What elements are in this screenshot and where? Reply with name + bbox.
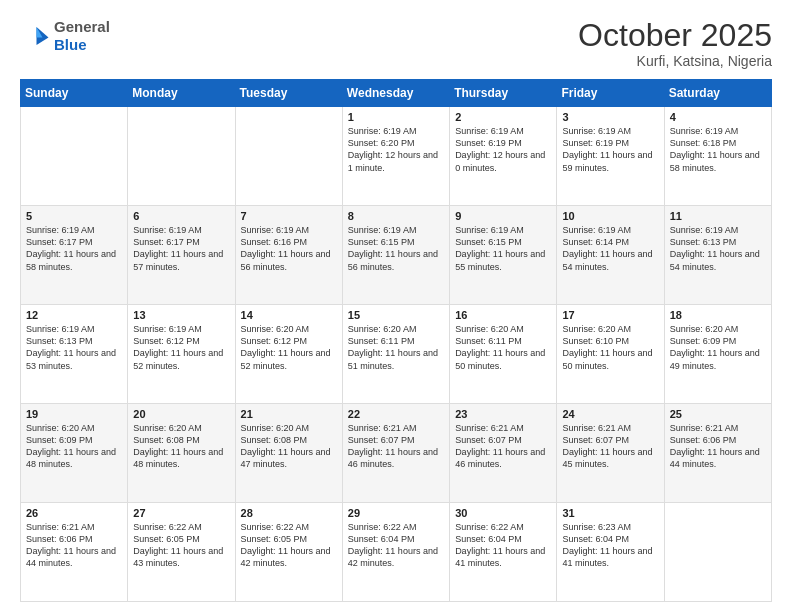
col-sunday: Sunday (21, 80, 128, 107)
day-number: 4 (670, 111, 766, 123)
calendar-cell: 23Sunrise: 6:21 AMSunset: 6:07 PMDayligh… (450, 404, 557, 503)
day-info: Sunrise: 6:21 AMSunset: 6:06 PMDaylight:… (670, 422, 766, 471)
calendar-cell: 13Sunrise: 6:19 AMSunset: 6:12 PMDayligh… (128, 305, 235, 404)
day-info: Sunrise: 6:21 AMSunset: 6:07 PMDaylight:… (562, 422, 658, 471)
day-number: 20 (133, 408, 229, 420)
calendar-cell: 18Sunrise: 6:20 AMSunset: 6:09 PMDayligh… (664, 305, 771, 404)
day-info: Sunrise: 6:19 AMSunset: 6:19 PMDaylight:… (455, 125, 551, 174)
calendar-cell: 8Sunrise: 6:19 AMSunset: 6:15 PMDaylight… (342, 206, 449, 305)
page: General Blue October 2025 Kurfi, Katsina… (0, 0, 792, 612)
calendar-cell: 4Sunrise: 6:19 AMSunset: 6:18 PMDaylight… (664, 107, 771, 206)
day-number: 30 (455, 507, 551, 519)
calendar-cell: 19Sunrise: 6:20 AMSunset: 6:09 PMDayligh… (21, 404, 128, 503)
day-info: Sunrise: 6:22 AMSunset: 6:04 PMDaylight:… (348, 521, 444, 570)
day-number: 18 (670, 309, 766, 321)
calendar-cell: 27Sunrise: 6:22 AMSunset: 6:05 PMDayligh… (128, 503, 235, 602)
calendar-cell: 29Sunrise: 6:22 AMSunset: 6:04 PMDayligh… (342, 503, 449, 602)
calendar-cell: 30Sunrise: 6:22 AMSunset: 6:04 PMDayligh… (450, 503, 557, 602)
day-number: 5 (26, 210, 122, 222)
day-info: Sunrise: 6:19 AMSunset: 6:14 PMDaylight:… (562, 224, 658, 273)
day-number: 9 (455, 210, 551, 222)
title-month: October 2025 (578, 18, 772, 53)
day-number: 26 (26, 507, 122, 519)
day-number: 10 (562, 210, 658, 222)
calendar-cell: 12Sunrise: 6:19 AMSunset: 6:13 PMDayligh… (21, 305, 128, 404)
calendar-cell (21, 107, 128, 206)
calendar-row-0: 1Sunrise: 6:19 AMSunset: 6:20 PMDaylight… (21, 107, 772, 206)
col-saturday: Saturday (664, 80, 771, 107)
calendar-header-row: Sunday Monday Tuesday Wednesday Thursday… (21, 80, 772, 107)
day-info: Sunrise: 6:19 AMSunset: 6:20 PMDaylight:… (348, 125, 444, 174)
day-number: 31 (562, 507, 658, 519)
day-number: 28 (241, 507, 337, 519)
calendar-row-2: 12Sunrise: 6:19 AMSunset: 6:13 PMDayligh… (21, 305, 772, 404)
day-info: Sunrise: 6:20 AMSunset: 6:08 PMDaylight:… (133, 422, 229, 471)
day-info: Sunrise: 6:19 AMSunset: 6:13 PMDaylight:… (670, 224, 766, 273)
day-number: 1 (348, 111, 444, 123)
day-number: 23 (455, 408, 551, 420)
calendar-cell: 17Sunrise: 6:20 AMSunset: 6:10 PMDayligh… (557, 305, 664, 404)
day-number: 25 (670, 408, 766, 420)
day-number: 27 (133, 507, 229, 519)
day-info: Sunrise: 6:22 AMSunset: 6:05 PMDaylight:… (133, 521, 229, 570)
calendar-cell: 6Sunrise: 6:19 AMSunset: 6:17 PMDaylight… (128, 206, 235, 305)
day-info: Sunrise: 6:21 AMSunset: 6:06 PMDaylight:… (26, 521, 122, 570)
day-info: Sunrise: 6:21 AMSunset: 6:07 PMDaylight:… (455, 422, 551, 471)
calendar-cell: 16Sunrise: 6:20 AMSunset: 6:11 PMDayligh… (450, 305, 557, 404)
day-info: Sunrise: 6:20 AMSunset: 6:09 PMDaylight:… (26, 422, 122, 471)
day-number: 6 (133, 210, 229, 222)
day-number: 16 (455, 309, 551, 321)
calendar-cell: 31Sunrise: 6:23 AMSunset: 6:04 PMDayligh… (557, 503, 664, 602)
calendar-cell: 3Sunrise: 6:19 AMSunset: 6:19 PMDaylight… (557, 107, 664, 206)
day-number: 19 (26, 408, 122, 420)
logo-general: General (54, 18, 110, 35)
day-info: Sunrise: 6:19 AMSunset: 6:12 PMDaylight:… (133, 323, 229, 372)
calendar-cell: 10Sunrise: 6:19 AMSunset: 6:14 PMDayligh… (557, 206, 664, 305)
day-number: 13 (133, 309, 229, 321)
day-info: Sunrise: 6:19 AMSunset: 6:17 PMDaylight:… (133, 224, 229, 273)
day-info: Sunrise: 6:20 AMSunset: 6:12 PMDaylight:… (241, 323, 337, 372)
day-number: 15 (348, 309, 444, 321)
logo-blue: Blue (54, 36, 87, 53)
calendar-cell: 24Sunrise: 6:21 AMSunset: 6:07 PMDayligh… (557, 404, 664, 503)
calendar-cell (664, 503, 771, 602)
day-info: Sunrise: 6:19 AMSunset: 6:17 PMDaylight:… (26, 224, 122, 273)
col-wednesday: Wednesday (342, 80, 449, 107)
day-info: Sunrise: 6:22 AMSunset: 6:05 PMDaylight:… (241, 521, 337, 570)
day-number: 3 (562, 111, 658, 123)
day-info: Sunrise: 6:19 AMSunset: 6:18 PMDaylight:… (670, 125, 766, 174)
day-number: 17 (562, 309, 658, 321)
day-number: 22 (348, 408, 444, 420)
day-info: Sunrise: 6:19 AMSunset: 6:13 PMDaylight:… (26, 323, 122, 372)
calendar-cell: 14Sunrise: 6:20 AMSunset: 6:12 PMDayligh… (235, 305, 342, 404)
calendar-row-3: 19Sunrise: 6:20 AMSunset: 6:09 PMDayligh… (21, 404, 772, 503)
day-number: 12 (26, 309, 122, 321)
calendar-cell: 26Sunrise: 6:21 AMSunset: 6:06 PMDayligh… (21, 503, 128, 602)
day-number: 8 (348, 210, 444, 222)
day-info: Sunrise: 6:19 AMSunset: 6:15 PMDaylight:… (348, 224, 444, 273)
day-info: Sunrise: 6:20 AMSunset: 6:09 PMDaylight:… (670, 323, 766, 372)
calendar-cell: 2Sunrise: 6:19 AMSunset: 6:19 PMDaylight… (450, 107, 557, 206)
day-number: 14 (241, 309, 337, 321)
calendar-cell: 20Sunrise: 6:20 AMSunset: 6:08 PMDayligh… (128, 404, 235, 503)
calendar-cell: 5Sunrise: 6:19 AMSunset: 6:17 PMDaylight… (21, 206, 128, 305)
day-info: Sunrise: 6:23 AMSunset: 6:04 PMDaylight:… (562, 521, 658, 570)
logo-icon (20, 21, 50, 51)
calendar-row-1: 5Sunrise: 6:19 AMSunset: 6:17 PMDaylight… (21, 206, 772, 305)
day-number: 24 (562, 408, 658, 420)
header: General Blue October 2025 Kurfi, Katsina… (20, 18, 772, 69)
calendar-cell: 1Sunrise: 6:19 AMSunset: 6:20 PMDaylight… (342, 107, 449, 206)
calendar-cell (128, 107, 235, 206)
day-info: Sunrise: 6:19 AMSunset: 6:19 PMDaylight:… (562, 125, 658, 174)
calendar-cell: 22Sunrise: 6:21 AMSunset: 6:07 PMDayligh… (342, 404, 449, 503)
col-monday: Monday (128, 80, 235, 107)
day-info: Sunrise: 6:22 AMSunset: 6:04 PMDaylight:… (455, 521, 551, 570)
calendar-cell: 7Sunrise: 6:19 AMSunset: 6:16 PMDaylight… (235, 206, 342, 305)
calendar-cell: 9Sunrise: 6:19 AMSunset: 6:15 PMDaylight… (450, 206, 557, 305)
calendar-cell: 28Sunrise: 6:22 AMSunset: 6:05 PMDayligh… (235, 503, 342, 602)
title-location: Kurfi, Katsina, Nigeria (578, 53, 772, 69)
logo: General Blue (20, 18, 110, 54)
day-info: Sunrise: 6:20 AMSunset: 6:11 PMDaylight:… (348, 323, 444, 372)
day-info: Sunrise: 6:20 AMSunset: 6:11 PMDaylight:… (455, 323, 551, 372)
calendar-cell: 21Sunrise: 6:20 AMSunset: 6:08 PMDayligh… (235, 404, 342, 503)
